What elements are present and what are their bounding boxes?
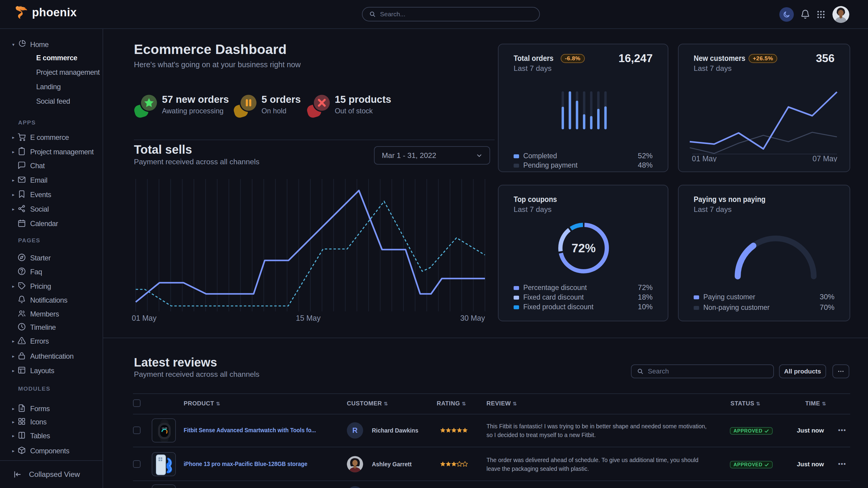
- svg-text:30 May: 30 May: [460, 314, 485, 322]
- svg-text:01 May: 01 May: [132, 314, 157, 322]
- svg-text:15 May: 15 May: [296, 314, 320, 322]
- svg-text:12:28: 12:28: [162, 427, 167, 429]
- svg-text:01 May: 01 May: [692, 154, 717, 162]
- svg-text:07 May: 07 May: [812, 154, 837, 162]
- svg-text:72%: 72%: [571, 241, 596, 255]
